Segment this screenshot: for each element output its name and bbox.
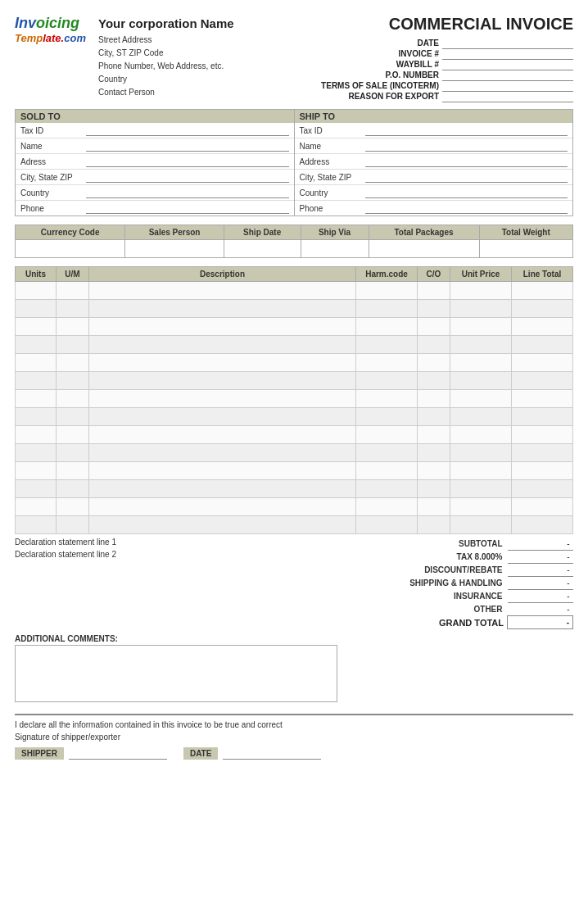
- items-cell[interactable]: [418, 282, 450, 300]
- items-cell[interactable]: [356, 498, 418, 516]
- items-cell[interactable]: [450, 300, 512, 318]
- po-value[interactable]: [442, 70, 573, 81]
- sold-to-city-value[interactable]: [86, 171, 289, 183]
- comments-box[interactable]: [15, 645, 337, 702]
- items-cell[interactable]: [356, 318, 418, 336]
- items-cell[interactable]: [418, 354, 450, 372]
- ship-to-name-value[interactable]: [365, 140, 568, 152]
- items-cell[interactable]: [356, 372, 418, 390]
- items-cell[interactable]: [356, 354, 418, 372]
- items-cell[interactable]: [16, 282, 57, 300]
- ship-to-city-value[interactable]: [365, 171, 568, 183]
- shipper-value[interactable]: [69, 746, 167, 760]
- sold-to-name-value[interactable]: [86, 140, 289, 152]
- items-cell[interactable]: [512, 444, 573, 462]
- items-cell[interactable]: [512, 408, 573, 426]
- ship-to-country-value[interactable]: [365, 187, 568, 198]
- items-cell[interactable]: [57, 516, 89, 534]
- items-cell[interactable]: [450, 408, 512, 426]
- items-cell[interactable]: [512, 318, 573, 336]
- items-cell[interactable]: [356, 336, 418, 354]
- shipping-weight-value[interactable]: [479, 240, 572, 258]
- items-cell[interactable]: [16, 336, 57, 354]
- items-cell[interactable]: [16, 444, 57, 462]
- items-cell[interactable]: [418, 480, 450, 498]
- waybill-value[interactable]: [442, 60, 573, 70]
- items-cell[interactable]: [16, 318, 57, 336]
- items-cell[interactable]: [418, 300, 450, 318]
- items-cell[interactable]: [512, 300, 573, 318]
- items-cell[interactable]: [450, 372, 512, 390]
- ship-to-address-value[interactable]: [365, 156, 568, 167]
- items-cell[interactable]: [450, 354, 512, 372]
- items-cell[interactable]: [512, 372, 573, 390]
- items-cell[interactable]: [512, 282, 573, 300]
- ship-to-taxid-value[interactable]: [365, 125, 568, 136]
- footer-date-value[interactable]: [223, 746, 321, 760]
- items-cell[interactable]: [356, 426, 418, 444]
- items-cell[interactable]: [512, 426, 573, 444]
- items-cell[interactable]: [89, 444, 356, 462]
- items-cell[interactable]: [16, 426, 57, 444]
- items-cell[interactable]: [57, 480, 89, 498]
- items-cell[interactable]: [57, 498, 89, 516]
- sold-to-address-value[interactable]: [86, 156, 289, 167]
- items-cell[interactable]: [57, 408, 89, 426]
- items-cell[interactable]: [356, 462, 418, 480]
- items-cell[interactable]: [418, 390, 450, 408]
- items-cell[interactable]: [16, 462, 57, 480]
- shipping-shipvia-value[interactable]: [301, 240, 369, 258]
- terms-value[interactable]: [442, 81, 573, 92]
- items-cell[interactable]: [16, 390, 57, 408]
- items-cell[interactable]: [512, 498, 573, 516]
- items-cell[interactable]: [89, 498, 356, 516]
- items-cell[interactable]: [89, 516, 356, 534]
- items-cell[interactable]: [89, 480, 356, 498]
- items-cell[interactable]: [16, 372, 57, 390]
- items-cell[interactable]: [16, 516, 57, 534]
- ship-to-phone-value[interactable]: [365, 202, 568, 214]
- items-cell[interactable]: [450, 462, 512, 480]
- items-cell[interactable]: [512, 516, 573, 534]
- items-cell[interactable]: [89, 372, 356, 390]
- items-cell[interactable]: [89, 282, 356, 300]
- sold-to-country-value[interactable]: [86, 187, 289, 198]
- items-cell[interactable]: [418, 318, 450, 336]
- items-cell[interactable]: [16, 408, 57, 426]
- items-cell[interactable]: [57, 444, 89, 462]
- items-cell[interactable]: [450, 444, 512, 462]
- items-cell[interactable]: [512, 336, 573, 354]
- items-cell[interactable]: [418, 426, 450, 444]
- items-cell[interactable]: [450, 318, 512, 336]
- items-cell[interactable]: [89, 318, 356, 336]
- items-cell[interactable]: [356, 480, 418, 498]
- items-cell[interactable]: [418, 516, 450, 534]
- sold-to-taxid-value[interactable]: [86, 125, 289, 136]
- items-cell[interactable]: [450, 426, 512, 444]
- date-value[interactable]: [442, 39, 573, 49]
- items-cell[interactable]: [356, 516, 418, 534]
- items-cell[interactable]: [57, 300, 89, 318]
- items-cell[interactable]: [89, 354, 356, 372]
- items-cell[interactable]: [512, 462, 573, 480]
- items-cell[interactable]: [356, 444, 418, 462]
- items-cell[interactable]: [16, 498, 57, 516]
- items-cell[interactable]: [89, 408, 356, 426]
- items-cell[interactable]: [512, 354, 573, 372]
- items-cell[interactable]: [16, 480, 57, 498]
- items-cell[interactable]: [418, 372, 450, 390]
- shipping-currency-value[interactable]: [16, 240, 125, 258]
- items-cell[interactable]: [450, 336, 512, 354]
- shipping-shipdate-value[interactable]: [224, 240, 301, 258]
- items-cell[interactable]: [57, 354, 89, 372]
- items-cell[interactable]: [418, 498, 450, 516]
- items-cell[interactable]: [356, 282, 418, 300]
- items-cell[interactable]: [57, 336, 89, 354]
- items-cell[interactable]: [450, 480, 512, 498]
- shipping-packages-value[interactable]: [369, 240, 479, 258]
- items-cell[interactable]: [512, 390, 573, 408]
- items-cell[interactable]: [57, 282, 89, 300]
- items-cell[interactable]: [418, 408, 450, 426]
- items-cell[interactable]: [450, 390, 512, 408]
- items-cell[interactable]: [16, 300, 57, 318]
